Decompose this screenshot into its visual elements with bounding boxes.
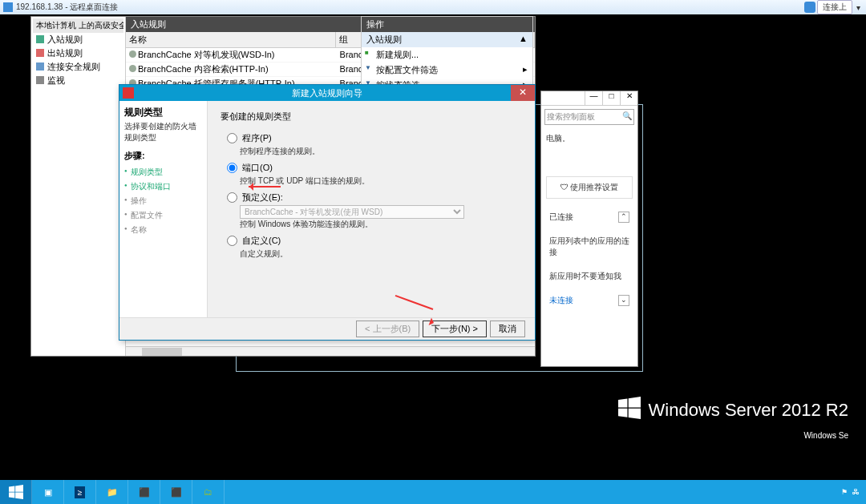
tray-flag-icon[interactable]: ⚑ [841,488,848,496]
status-not-connected: 未连接⌄ [549,295,629,306]
new-rule-wizard: 新建入站规则向导 ✕ 规则类型 选择要创建的防火墙规则类型 步骤: 规则类型 协… [119,84,536,341]
maximize-button[interactable]: □ [602,91,620,105]
wizard-titlebar: 新建入站规则向导 ✕ [119,85,535,101]
taskbar: ▣ ≥ 📁 ⬛ ⬛ 🗂 ⚑ 🖧 [0,480,866,504]
radio-predefined[interactable] [227,192,237,203]
rdp-title: 192.168.1.38 - 远程桌面连接 [16,2,804,13]
taskbar-tray[interactable]: ⚑ 🖧 [841,488,866,496]
step-name[interactable]: 名称 [124,223,202,237]
taskbar-server-manager[interactable]: ▣ [32,480,64,504]
taskbar-explorer[interactable]: 📁 [96,480,128,504]
watermark-sub: Windows Se [803,431,848,440]
close-button[interactable]: ✕ [511,85,535,101]
next-button[interactable]: 下一步(N) > [423,321,487,337]
collapse-icon[interactable]: ▲ [519,34,528,46]
step-protocol-port[interactable]: 协议和端口 [124,179,202,194]
search-icon: 🔍 [622,111,632,123]
action-new-rule[interactable]: 新建规则... [362,47,532,62]
recommended-settings-button[interactable]: 🛡 使用推荐设置 [546,176,633,199]
col-name[interactable]: 名称 [126,32,336,47]
wizard-icon [123,87,134,99]
wizard-footer: < 上一步(B) 下一步(N) > 取消 [119,317,535,340]
tree-outbound-rules[interactable]: 出站规则 [33,46,123,60]
radio-port[interactable] [227,163,237,173]
option-port-desc: 控制 TCP 或 UDP 端口连接的规则。 [240,175,522,187]
settings-text-1: 应用列表中的应用的连接 [549,236,629,258]
step-profile[interactable]: 配置文件 [124,208,202,223]
expand-icon[interactable]: ⌄ [618,295,629,306]
action-filter-profile[interactable]: 按配置文件筛选▸ [362,62,532,78]
cancel-button[interactable]: 取消 [490,321,525,337]
wizard-question: 要创建的规则类型 [221,111,522,123]
tree-root[interactable]: 本地计算机 上的高级安全 Win [33,18,123,33]
firewall-tree: 本地计算机 上的高级安全 Win 入站规则 出站规则 连接安全规则 监视 [31,17,126,356]
windows-logo-icon [618,397,641,424]
settings-text-top: 电脑。 [546,133,633,144]
status-connected: 已连接⌃ [549,212,629,223]
taskbar-app-1[interactable]: ⬛ [128,480,160,504]
option-custom-desc: 自定义规则。 [240,248,522,260]
tree-monitoring[interactable]: 监视 [33,74,123,87]
radio-custom[interactable] [227,236,237,246]
tray-network-icon[interactable]: 🖧 [852,488,860,496]
actions-subheader: 入站规则▲ [362,32,532,47]
step-action[interactable]: 操作 [124,194,202,208]
horizontal-scrollbar[interactable] [126,346,535,356]
cloud-icon[interactable] [804,2,815,13]
wizard-sidebar: 规则类型 选择要创建的防火墙规则类型 步骤: 规则类型 协议和端口 操作 配置文… [119,101,208,317]
radio-program[interactable] [227,133,237,143]
option-port[interactable]: 端口(O) [227,162,522,174]
close-button[interactable]: ✕ [620,91,637,105]
wizard-heading: 规则类型 [124,106,202,119]
step-rule-type[interactable]: 规则类型 [124,165,202,179]
rdp-dropdown-icon[interactable]: ▾ [854,3,863,12]
back-button: < 上一步(B) [356,321,419,337]
settings-panel: — □ ✕ 搜索控制面板🔍 电脑。 🛡 使用推荐设置 已连接⌃ 应用列表中的应用… [540,91,638,367]
option-custom[interactable]: 自定义(C) [227,235,522,247]
option-predefined[interactable]: 预定义(E): [227,192,522,204]
expand-icon[interactable]: ⌃ [618,212,629,223]
actions-header: 操作 [362,17,532,32]
rdp-icon [3,2,13,12]
option-program-desc: 控制程序连接的规则。 [240,146,522,157]
settings-text-2: 新应用时不要通知我 [549,271,629,282]
rdp-titlebar: 192.168.1.38 - 远程桌面连接 连接上 ▾ [0,0,866,14]
settings-titlebar: — □ ✕ [541,91,637,106]
tree-connection-security[interactable]: 连接安全规则 [33,60,123,74]
wizard-desc: 选择要创建的防火墙规则类型 [124,121,202,143]
predefined-select: BranchCache - 对等机发现(使用 WSD) [240,205,464,219]
connection-status[interactable]: 连接上 [817,0,852,14]
taskbar-app-3[interactable]: 🗂 [192,480,225,504]
wizard-title: 新建入站规则向导 [292,87,362,99]
start-button[interactable] [0,480,32,504]
wizard-main: 要创建的规则类型 程序(P) 控制程序连接的规则。 端口(O) 控制 TCP 或… [208,101,535,317]
steps-header: 步骤: [124,150,202,162]
option-program[interactable]: 程序(P) [227,132,522,144]
tree-inbound-rules[interactable]: 入站规则 [33,33,123,46]
watermark-text: Windows Server 2012 R2 [649,400,848,421]
minimize-button[interactable]: — [585,91,602,105]
option-predefined-desc: 控制 Windows 体验功能连接的规则。 [240,219,522,230]
taskbar-powershell[interactable]: ≥ [64,480,96,504]
taskbar-app-2[interactable]: ⬛ [160,480,192,504]
search-control-panel[interactable]: 搜索控制面板🔍 [544,109,634,125]
watermark: Windows Server 2012 R2 [618,397,848,424]
